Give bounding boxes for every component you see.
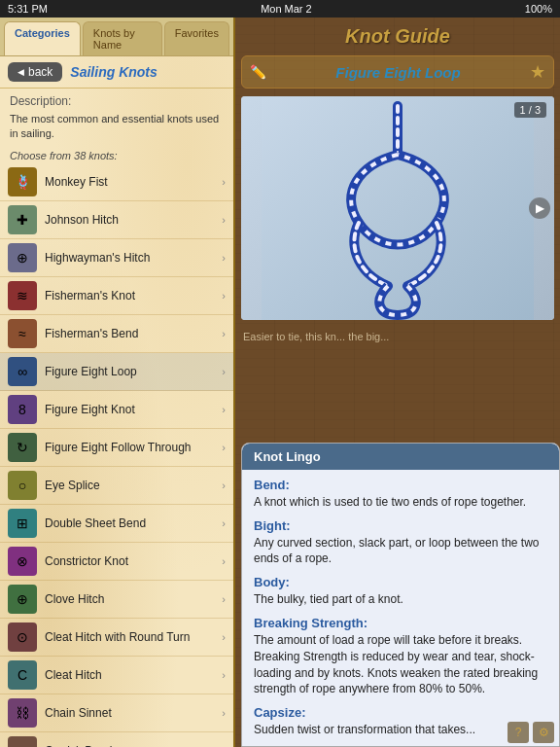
photo-container: 1 / 3 ▶ (241, 96, 554, 320)
knot-list-item[interactable]: ≋Fisherman's Knot› (0, 277, 233, 315)
lingo-content: Bend:A knot which is used to tie two end… (242, 470, 559, 746)
knot-icon: ⊙ (8, 622, 37, 652)
bottom-bar: ? ⚙ (508, 722, 554, 743)
knot-detail-header: ✏️ Figure Eight Loop ★ (241, 55, 554, 89)
knot-list-item[interactable]: ⊕Clove Hitch› (0, 581, 233, 619)
settings-icon[interactable]: ⚙ (533, 722, 554, 743)
knot-chevron-icon: › (222, 366, 226, 377)
knot-list-item[interactable]: 8Figure Eight Knot› (0, 391, 233, 429)
lingo-definition: Any curved section, slack part, or loop … (254, 535, 547, 568)
knot-chevron-icon: › (222, 631, 226, 643)
knot-icon: ⊕ (8, 585, 37, 614)
knot-list-item[interactable]: ⊗Constrictor Knot› (0, 543, 233, 581)
detail-desc-text: Easier to tie, this kn... the big... (243, 331, 389, 342)
knot-list-item[interactable]: CCleat Hitch› (0, 657, 233, 694)
knot-list-item[interactable]: ⊞Double Sheet Bend› (0, 505, 233, 543)
status-day: Mon Mar 2 (261, 3, 312, 15)
knot-icon: ✚ (8, 205, 37, 234)
knot-list: 🪢Monkey Fist›✚Johnson Hitch›⊕Highwayman'… (0, 163, 233, 747)
knot-name: Figure Eight Loop (45, 365, 214, 378)
lingo-term: Body: (254, 575, 547, 589)
knot-icon: 🪢 (8, 167, 37, 196)
description-text: The most common and essential knots used… (10, 112, 224, 142)
knot-icon: ○ (8, 471, 37, 500)
knot-icon: ∞ (8, 357, 37, 386)
lingo-term: Breaking Strength: (254, 616, 547, 630)
knot-icon: ↻ (8, 433, 37, 462)
knot-name: Monkey Fist (45, 175, 214, 189)
knot-name: Fisherman's Bend (45, 327, 214, 340)
knot-name: Cleat Hitch (45, 668, 214, 682)
knot-chevron-icon: › (222, 176, 226, 188)
lingo-definition: Sudden twist or transformation that take… (254, 722, 547, 738)
category-title: Sailing Knots (70, 64, 157, 80)
knot-list-item[interactable]: ⊙Cleat Hitch with Round Turn› (0, 619, 233, 657)
knot-list-item[interactable]: ↻Figure Eight Follow Through› (0, 429, 233, 467)
back-button[interactable]: back (8, 62, 62, 82)
knot-lingo-popup: Knot Lingo Bend:A knot which is used to … (241, 443, 560, 747)
tab-favorites[interactable]: Favorites (164, 21, 229, 55)
knot-list-item[interactable]: ○Eye Splice› (0, 467, 233, 505)
description-label: Description: (10, 94, 224, 108)
tab-knots-by-name[interactable]: Knots by Name (83, 21, 162, 55)
next-photo-button[interactable]: ▶ (529, 197, 550, 219)
knot-name: Cleat Hitch with Round Turn (45, 630, 214, 644)
knot-name: Highwayman's Hitch (45, 251, 214, 265)
lingo-header: Knot Lingo (242, 444, 559, 470)
knot-detail-name: Figure Eight Loop (274, 64, 522, 81)
knot-chevron-icon: › (222, 442, 226, 453)
knot-icon: ⊕ (8, 243, 37, 272)
knot-chevron-icon: › (222, 669, 226, 681)
knot-list-item[interactable]: ⛓Chain Sinnet› (0, 694, 233, 732)
main-container: Categories Knots by Name Favorites back … (0, 18, 560, 747)
knot-chevron-icon: › (222, 707, 226, 719)
knot-name: Clove Hitch (45, 592, 214, 606)
lingo-definition: A knot which is used to tie two ends of … (254, 494, 547, 511)
lingo-term: Bend: (254, 478, 547, 492)
app-title: Knot Guide (345, 25, 450, 47)
knot-list-item[interactable]: ⊛Carrick Bend› (0, 732, 233, 747)
favorite-icon[interactable]: ★ (530, 61, 545, 83)
status-bar: 5:31 PM Mon Mar 2 100% (0, 0, 560, 18)
knot-list-item[interactable]: ⊕Highwayman's Hitch› (0, 239, 233, 277)
knot-name: Figure Eight Follow Through (45, 441, 214, 454)
lingo-definition: The amount of load a rope will take befo… (254, 632, 547, 697)
knot-chevron-icon: › (222, 404, 226, 415)
knot-list-item[interactable]: 🪢Monkey Fist› (0, 163, 233, 201)
info-icon[interactable]: ? (508, 722, 529, 743)
knot-chevron-icon: › (222, 252, 226, 264)
knot-name: Constrictor Knot (45, 554, 214, 568)
knot-chevron-icon: › (222, 480, 226, 491)
tab-categories[interactable]: Categories (4, 21, 81, 55)
knot-name: Eye Splice (45, 479, 214, 492)
right-panel: Knot Guide ✏️ Figure Eight Loop ★ (235, 18, 560, 747)
status-time: 5:31 PM (8, 3, 48, 15)
knot-chevron-icon: › (222, 328, 226, 339)
knot-name: Fisherman's Knot (45, 289, 214, 302)
knot-name: Johnson Hitch (45, 213, 214, 227)
knot-icon: ⊞ (8, 509, 37, 538)
left-panel: Categories Knots by Name Favorites back … (0, 18, 235, 747)
knot-icon: ≋ (8, 281, 37, 310)
knot-chevron-icon: › (222, 517, 226, 529)
status-battery: 100% (525, 3, 552, 15)
edit-icon[interactable]: ✏️ (250, 64, 266, 80)
knot-icon: ⊗ (8, 547, 37, 576)
detail-description: Easier to tie, this kn... the big... (235, 324, 560, 349)
knot-icon: 8 (8, 395, 37, 424)
photo-placeholder (241, 96, 554, 320)
knot-list-item[interactable]: ∞Figure Eight Loop› (0, 353, 233, 391)
lingo-term: Bight: (254, 518, 547, 533)
knot-name: Chain Sinnet (45, 706, 214, 720)
knot-icon: ⊛ (8, 736, 37, 747)
photo-counter: 1 / 3 (514, 102, 546, 118)
description-section: Description: The most common and essenti… (0, 89, 233, 146)
knot-list-item[interactable]: ≈Fisherman's Bend› (0, 315, 233, 353)
knot-list-item[interactable]: ✚Johnson Hitch› (0, 201, 233, 239)
knot-name: Double Sheet Bend (45, 516, 214, 530)
knot-icon: ≈ (8, 319, 37, 348)
knot-chevron-icon: › (222, 290, 226, 302)
lingo-definition: The bulky, tied part of a knot. (254, 591, 547, 608)
knot-chevron-icon: › (222, 593, 226, 605)
back-row: back Sailing Knots (0, 56, 233, 89)
